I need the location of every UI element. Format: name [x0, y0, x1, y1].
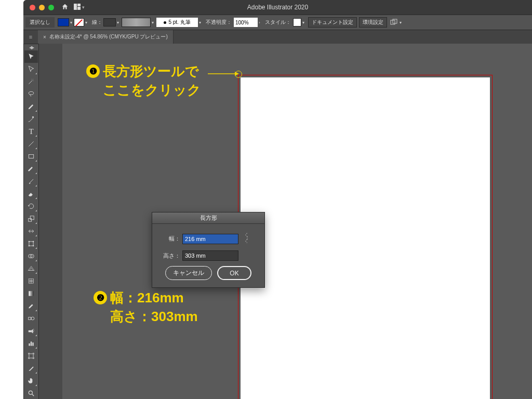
document-tab-label: 名称未設定-4* @ 54.86% (CMYK/GPU プレビュー): [49, 33, 168, 41]
height-label: 高さ：: [159, 252, 180, 260]
svg-rect-2: [77, 7, 81, 10]
width-label: 幅：: [159, 235, 180, 243]
brush-field[interactable]: 5 pt. 丸筆: [156, 18, 198, 27]
style-label: スタイル：: [265, 19, 291, 26]
svg-point-25: [33, 329, 34, 329]
symbol-sprayer-tool[interactable]: [24, 325, 38, 337]
svg-point-23: [31, 317, 34, 320]
annotation-text-2b: 高さ：303mm: [110, 308, 198, 326]
chevron-down-icon[interactable]: ▾: [117, 20, 119, 25]
pen-tool[interactable]: [24, 100, 38, 113]
gradient-tool[interactable]: [24, 287, 38, 300]
align-icon[interactable]: [389, 18, 398, 27]
eraser-tool[interactable]: [24, 188, 38, 200]
svg-point-16: [29, 245, 30, 246]
artboard-tool[interactable]: [24, 350, 38, 362]
chevron-down-icon[interactable]: ▾: [302, 20, 304, 25]
line-tool[interactable]: [24, 138, 38, 150]
eyedropper-tool[interactable]: [24, 300, 38, 312]
chevron-down-icon[interactable]: ▾: [82, 5, 85, 10]
annotation-number: ❷: [97, 292, 104, 303]
svg-rect-10: [29, 155, 33, 158]
options-bar: 選択なし ▾ ▾ 線： ▾ ▾ 5 pt. 丸筆▾ 不透明度： 100% › ス…: [23, 15, 532, 30]
chevron-down-icon[interactable]: ▾: [152, 20, 154, 25]
lasso-tool[interactable]: [24, 88, 38, 100]
stroke-label: 線：: [92, 19, 102, 26]
svg-rect-22: [29, 317, 31, 320]
svg-rect-13: [29, 242, 33, 246]
close-tab-icon[interactable]: ×: [43, 34, 46, 40]
stroke-swatch[interactable]: [74, 18, 84, 26]
svg-line-9: [29, 141, 33, 146]
rectangle-dialog: 長方形 幅： 216 mm 高さ： 303 mm キャンセル OK: [152, 212, 265, 288]
chevron-right-icon[interactable]: ›: [259, 20, 260, 25]
panel-collapse-icon[interactable]: ◀▶: [24, 44, 38, 50]
column-graph-tool[interactable]: [24, 337, 38, 350]
rectangle-tool[interactable]: [24, 150, 38, 163]
svg-rect-0: [74, 4, 77, 10]
direct-selection-tool[interactable]: [24, 63, 38, 75]
zoom-tool[interactable]: [24, 387, 38, 399]
chevron-down-icon[interactable]: ▾: [70, 20, 72, 25]
chevron-down-icon[interactable]: ▾: [85, 20, 87, 25]
ok-button[interactable]: OK: [217, 266, 251, 280]
shape-builder-tool[interactable]: [24, 250, 38, 262]
chevron-down-icon[interactable]: ▾: [199, 20, 201, 25]
stroke-weight-field[interactable]: [103, 18, 116, 26]
mesh-tool[interactable]: [24, 275, 38, 287]
type-tool[interactable]: T: [24, 125, 38, 138]
svg-rect-31: [29, 354, 33, 358]
scale-tool[interactable]: [24, 212, 38, 225]
fill-swatch[interactable]: [58, 18, 69, 26]
document-setup-button[interactable]: ドキュメント設定: [308, 17, 357, 28]
shaper-tool[interactable]: [24, 175, 38, 188]
opacity-field[interactable]: 100%: [234, 18, 258, 27]
dialog-title: 長方形: [152, 212, 264, 224]
cancel-button[interactable]: キャンセル: [165, 266, 212, 280]
svg-point-14: [29, 241, 30, 242]
stroke-profile[interactable]: [122, 18, 151, 27]
preferences-button[interactable]: 環境設定: [359, 17, 387, 28]
svg-point-7: [29, 91, 33, 95]
curvature-tool[interactable]: [24, 113, 38, 125]
brush-name: 5 pt. 丸筆: [168, 19, 190, 26]
svg-point-26: [34, 330, 34, 330]
artboard: [241, 77, 490, 399]
hand-tool[interactable]: [24, 375, 38, 387]
close-window-button[interactable]: [30, 5, 35, 10]
svg-rect-28: [29, 343, 30, 346]
canvas[interactable]: ❶ 長方形ツールで ここをクリック 長方形 幅： 216 mm 高さ： 303 …: [62, 44, 532, 399]
svg-rect-30: [32, 342, 33, 345]
height-input[interactable]: 303 mm: [182, 250, 238, 261]
tab-menu-icon[interactable]: ≡: [23, 30, 38, 44]
perspective-grid-tool[interactable]: [24, 262, 38, 275]
window-controls: [30, 5, 54, 10]
width-tool[interactable]: [24, 225, 38, 237]
selection-tool[interactable]: [24, 50, 38, 63]
zoom-window-button[interactable]: [48, 5, 54, 10]
annotation-text-2a: 幅：216mm: [110, 289, 184, 307]
titlebar: ▾ Adobe Illustrator 2020: [23, 0, 532, 15]
svg-line-33: [32, 394, 34, 396]
rotate-tool[interactable]: [24, 200, 38, 212]
style-swatch[interactable]: [293, 18, 301, 26]
annotation-text-1b: ここをクリック: [103, 81, 201, 99]
annotation-badge-1: ❶: [86, 64, 100, 78]
arrange-documents-icon[interactable]: [74, 4, 81, 11]
height-value: 303 mm: [185, 252, 206, 259]
width-input[interactable]: 216 mm: [182, 234, 238, 244]
annotation-text-1a: 長方形ツールで: [103, 62, 199, 81]
slice-tool[interactable]: [24, 362, 38, 375]
svg-rect-12: [30, 216, 34, 220]
svg-point-15: [33, 241, 34, 242]
link-icon[interactable]: [244, 232, 251, 245]
chevron-down-icon[interactable]: ▾: [400, 20, 402, 25]
paintbrush-tool[interactable]: [24, 163, 38, 175]
svg-point-8: [32, 116, 33, 117]
magic-wand-tool[interactable]: [24, 75, 38, 88]
document-tab[interactable]: × 名称未設定-4* @ 54.86% (CMYK/GPU プレビュー): [38, 30, 174, 44]
blend-tool[interactable]: [24, 312, 38, 325]
free-transform-tool[interactable]: [24, 237, 38, 250]
home-icon[interactable]: [61, 3, 69, 12]
minimize-window-button[interactable]: [39, 5, 45, 10]
